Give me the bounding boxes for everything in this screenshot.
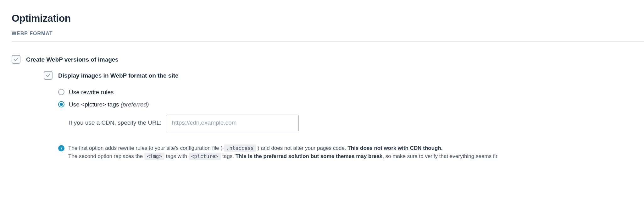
info-part2c: tags. (221, 153, 235, 159)
radio-rewrite-rules[interactable] (58, 89, 64, 95)
radio-picture-tags[interactable] (58, 101, 64, 107)
info-strong2: This is the preferred solution but some … (236, 153, 383, 159)
radio-picture-tags-label: Use <picture> tags (preferred) (69, 100, 149, 109)
info-part2a: The second option replaces the (68, 153, 144, 159)
check-icon (13, 57, 19, 62)
create-webp-label: Create WebP versions of images (26, 56, 644, 64)
page-title: Optimization (12, 11, 644, 25)
radio-rewrite-rules-label: Use rewrite rules (69, 88, 114, 97)
radio-picture-prefix: Use <picture> tags (69, 101, 121, 108)
check-icon (45, 73, 51, 78)
info-part1b: ) and does not alter your pages code. (256, 145, 347, 151)
create-webp-checkbox[interactable] (12, 55, 20, 64)
cdn-url-input[interactable] (167, 115, 299, 131)
cdn-url-label: If you use a CDN, specify the URL: (69, 118, 162, 127)
section-subtitle: WEBP FORMAT (12, 30, 644, 41)
info-strong1: This does not work with CDN though. (347, 145, 442, 151)
info-part2b: tags with (164, 153, 189, 159)
code-img: <img> (144, 153, 164, 160)
info-part1a: The first option adds rewrite rules to y… (68, 145, 224, 151)
radio-picture-suffix: (preferred) (121, 101, 149, 108)
info-text: The first option adds rewrite rules to y… (68, 144, 497, 161)
display-webp-label: Display images in WebP format on the sit… (58, 72, 644, 80)
code-htaccess: .htaccess (224, 144, 256, 152)
display-webp-checkbox[interactable] (44, 71, 53, 80)
info-part2d: , so make sure to verify that everything… (382, 153, 497, 159)
code-picture: <picture> (189, 153, 221, 160)
info-icon: i (58, 145, 64, 151)
